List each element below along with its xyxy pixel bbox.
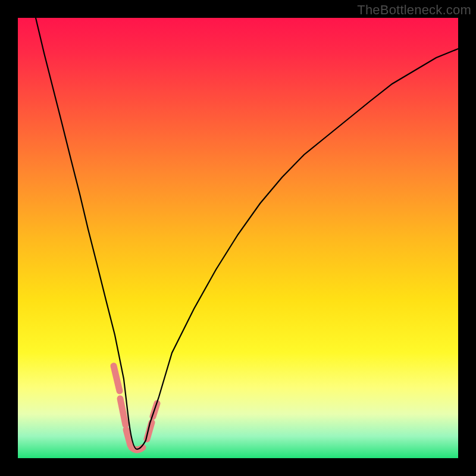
chart-svg — [18, 18, 458, 458]
plot-area — [18, 18, 458, 458]
bottleneck-curve — [36, 18, 458, 449]
highlight-segment — [126, 430, 130, 445]
highlight-group — [114, 366, 157, 450]
watermark-text: TheBottleneck.com — [357, 2, 471, 18]
chart-frame — [18, 18, 458, 458]
highlight-segment — [114, 366, 120, 391]
highlight-segment — [120, 399, 126, 425]
